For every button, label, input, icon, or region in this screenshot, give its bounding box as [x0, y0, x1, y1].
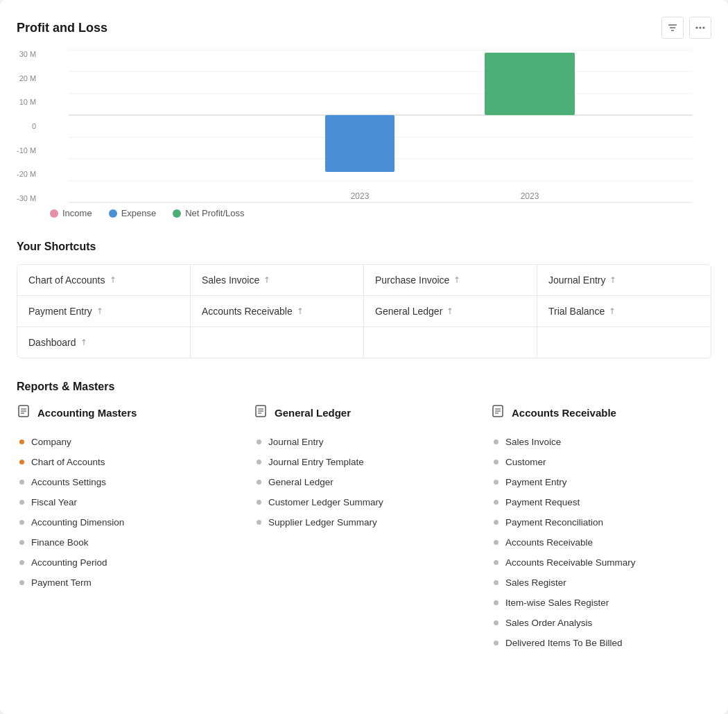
item-label: Accounts Settings	[31, 477, 106, 487]
bullet-fiscal	[19, 500, 24, 505]
svg-point-3	[696, 27, 698, 29]
reports-grid: Accounting Masters Company Chart of Acco…	[17, 404, 711, 652]
list-item-accounting-period[interactable]: Accounting Period	[17, 553, 237, 572]
chart-area: 30 M 20 M 10 M 0 -10 M -20 M -30 M	[50, 50, 711, 202]
list-item-accounts-settings[interactable]: Accounts Settings	[17, 473, 237, 491]
expense-dot	[109, 209, 117, 218]
shortcut-label: Payment Entry	[28, 306, 92, 317]
chart-svg: 2023 2023	[50, 50, 711, 202]
list-item-customer-ledger-summary[interactable]: Customer Ledger Summary	[254, 493, 474, 512]
item-label: Finance Book	[31, 537, 89, 548]
general-ledger-title: General Ledger	[275, 407, 351, 419]
y-label-0: 0	[17, 122, 40, 130]
bullet-je	[257, 439, 261, 444]
item-label: Accounts Receivable Summary	[505, 557, 636, 568]
item-label: Payment Request	[505, 497, 580, 507]
general-ledger-column: General Ledger Journal Entry Journal Ent…	[254, 404, 474, 652]
y-label-20m: 20 M	[17, 74, 40, 82]
more-icon	[695, 22, 706, 33]
shortcut-sales-invoice[interactable]: Sales Invoice ↗	[191, 265, 364, 296]
bullet-payment-term	[19, 580, 24, 585]
shortcut-label: General Ledger	[375, 306, 442, 317]
bullet-ar	[494, 540, 499, 545]
list-item-accounts-receivable-ar[interactable]: Accounts Receivable	[491, 533, 711, 552]
list-item-journal-entry-template[interactable]: Journal Entry Template	[254, 453, 474, 471]
y-label-neg30m: -30 M	[17, 194, 40, 202]
svg-point-4	[700, 27, 702, 29]
list-item-payment-term[interactable]: Payment Term	[17, 573, 237, 592]
shortcut-label: Sales Invoice	[202, 275, 259, 286]
list-item-accounts-receivable-summary[interactable]: Accounts Receivable Summary	[491, 553, 711, 572]
shortcut-dashboard[interactable]: Dashboard ↗	[17, 327, 191, 358]
item-label: Accounting Period	[31, 557, 107, 568]
shortcut-journal-entry[interactable]: Journal Entry ↗	[537, 265, 711, 296]
item-label: Journal Entry Template	[268, 457, 364, 467]
list-item-payment-reconciliation[interactable]: Payment Reconciliation	[491, 513, 711, 532]
y-label-30m: 30 M	[17, 50, 40, 58]
list-item-fiscal-year[interactable]: Fiscal Year	[17, 493, 237, 512]
shortcut-arrow-icon: ↗	[294, 306, 306, 317]
bullet-finance	[19, 540, 24, 545]
list-item-payment-entry-ar[interactable]: Payment Entry	[491, 473, 711, 491]
shortcut-payment-entry[interactable]: Payment Entry ↗	[17, 296, 191, 327]
bullet-gl	[257, 480, 261, 485]
list-item-finance-book[interactable]: Finance Book	[17, 533, 237, 552]
filter-button[interactable]	[661, 17, 684, 39]
item-label: Accounting Dimension	[31, 517, 124, 528]
item-label: General Ledger	[268, 477, 333, 487]
shortcut-label: Purchase Invoice	[375, 275, 449, 286]
y-label-neg20m: -20 M	[17, 170, 40, 178]
accounting-masters-icon	[17, 404, 31, 421]
item-label: Fiscal Year	[31, 497, 77, 507]
shortcut-general-ledger[interactable]: General Ledger ↗	[364, 296, 537, 327]
page-container: Profit and Loss	[0, 0, 728, 714]
shortcut-arrow-icon: ↗	[261, 275, 273, 286]
accounts-receivable-icon	[491, 404, 505, 421]
item-label: Payment Entry	[505, 477, 567, 487]
chart-actions	[661, 17, 711, 39]
shortcut-chart-of-accounts[interactable]: Chart of Accounts ↗	[17, 265, 191, 296]
accounts-receivable-list: Sales Invoice Customer Payment Entry Pay…	[491, 433, 711, 652]
item-label: Chart of Accounts	[31, 457, 105, 467]
net-profit-dot	[173, 209, 181, 218]
shortcut-label: Journal Entry	[548, 275, 605, 286]
shortcut-trial-balance[interactable]: Trial Balance ↗	[537, 296, 711, 327]
item-label: Customer	[505, 457, 546, 467]
accounting-masters-header: Accounting Masters	[17, 404, 237, 421]
accounts-receivable-column: Accounts Receivable Sales Invoice Custom…	[491, 404, 711, 652]
more-options-button[interactable]	[689, 17, 711, 39]
item-label: Sales Register	[505, 577, 566, 588]
list-item-accounting-dimension[interactable]: Accounting Dimension	[17, 513, 237, 532]
list-item-item-wise-sales-register[interactable]: Item-wise Sales Register	[491, 593, 711, 612]
list-item-customer[interactable]: Customer	[491, 453, 711, 471]
list-item-chart-of-accounts[interactable]: Chart of Accounts	[17, 453, 237, 471]
bullet-ars	[494, 560, 499, 565]
bullet-pr	[494, 500, 499, 505]
y-axis: 30 M 20 M 10 M 0 -10 M -20 M -30 M	[17, 50, 40, 202]
accounts-receivable-header: Accounts Receivable	[491, 404, 711, 421]
chart-title: Profit and Loss	[17, 21, 107, 35]
list-item-sales-register[interactable]: Sales Register	[491, 573, 711, 592]
shortcut-arrow-icon: ↗	[107, 275, 119, 286]
chart-legend: Income Expense Net Profit/Loss	[50, 208, 711, 218]
legend-income: Income	[50, 208, 92, 218]
shortcut-arrow-icon: ↗	[94, 306, 105, 317]
list-item-journal-entry[interactable]: Journal Entry	[254, 433, 474, 451]
accounting-masters-list: Company Chart of Accounts Accounts Setti…	[17, 433, 237, 592]
shortcuts-section: Your Shortcuts Chart of Accounts ↗ Sales…	[17, 241, 711, 358]
list-item-payment-request[interactable]: Payment Request	[491, 493, 711, 512]
list-item-sales-invoice-ar[interactable]: Sales Invoice	[491, 433, 711, 451]
list-item-general-ledger[interactable]: General Ledger	[254, 473, 474, 491]
shortcut-accounts-receivable[interactable]: Accounts Receivable ↗	[191, 296, 364, 327]
list-item-company[interactable]: Company	[17, 433, 237, 451]
list-item-supplier-ledger-summary[interactable]: Supplier Ledger Summary	[254, 513, 474, 532]
list-item-sales-order-analysis[interactable]: Sales Order Analysis	[491, 613, 711, 632]
shortcut-purchase-invoice[interactable]: Purchase Invoice ↗	[364, 265, 537, 296]
svg-text:2023: 2023	[351, 191, 370, 201]
svg-rect-14	[325, 115, 395, 172]
item-label: Journal Entry	[268, 437, 324, 447]
chart-section: Profit and Loss	[17, 17, 711, 218]
list-item-delivered-items[interactable]: Delivered Items To Be Billed	[491, 634, 711, 652]
bullet-cls	[257, 500, 261, 505]
income-dot	[50, 209, 58, 218]
